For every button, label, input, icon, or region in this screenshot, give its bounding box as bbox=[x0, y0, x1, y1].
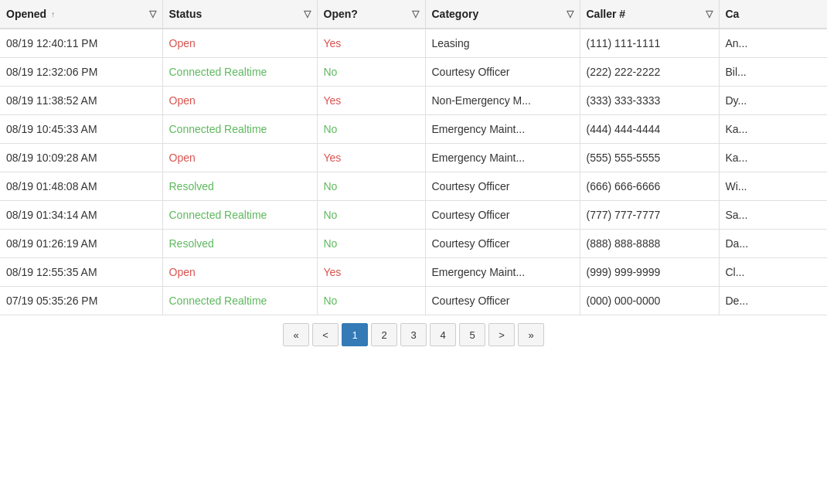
cell-opened: 08/19 10:09:28 AM bbox=[0, 144, 162, 172]
table-row[interactable]: 08/19 10:45:33 AMConnected RealtimeNoEme… bbox=[0, 115, 827, 144]
page-button-2[interactable]: 2 bbox=[371, 323, 397, 346]
page-button-4[interactable]: 4 bbox=[430, 323, 456, 346]
cell-category: Emergency Maint... bbox=[425, 258, 580, 287]
table-row[interactable]: 08/19 01:26:19 AMResolvedNoCourtesy Offi… bbox=[0, 230, 827, 258]
next-arrow-button[interactable]: > bbox=[488, 323, 515, 346]
cell-category: Courtesy Officer bbox=[425, 287, 580, 315]
col-ca-label: Ca bbox=[726, 8, 740, 20]
table-row[interactable]: 08/19 12:55:35 AMOpenYesEmergency Maint.… bbox=[0, 258, 827, 287]
filter-status-icon[interactable]: ▽ bbox=[304, 9, 311, 19]
cell-status: Connected Realtime bbox=[162, 201, 317, 230]
col-header-caller[interactable]: Caller # ▽ bbox=[580, 0, 719, 29]
main-table-container: Opened ↑ ▽ Status ▽ Open? ▽ bbox=[0, 0, 827, 351]
cell-category: Courtesy Officer bbox=[425, 201, 580, 230]
cell-category: Emergency Maint... bbox=[425, 115, 580, 144]
col-category-label: Category bbox=[432, 8, 479, 20]
prev-arrow-button[interactable]: < bbox=[312, 323, 339, 346]
filter-open-icon[interactable]: ▽ bbox=[412, 9, 419, 19]
next-page-button[interactable]: » bbox=[518, 323, 544, 346]
cell-caller: (888) 888-8888 bbox=[580, 230, 719, 258]
cell-opened: 08/19 01:34:14 AM bbox=[0, 201, 162, 230]
col-status-label: Status bbox=[169, 8, 202, 20]
page-button-3[interactable]: 3 bbox=[400, 323, 427, 346]
table-header-row: Opened ↑ ▽ Status ▽ Open? ▽ bbox=[0, 0, 827, 29]
page-button-5[interactable]: 5 bbox=[459, 323, 485, 346]
cell-open: No bbox=[317, 230, 425, 258]
cell-category: Non-Emergency M... bbox=[425, 87, 580, 115]
cell-caller: (222) 222-2222 bbox=[580, 58, 719, 87]
filter-caller-icon[interactable]: ▽ bbox=[706, 9, 713, 19]
pagination: « < 1 2 3 4 5 > » bbox=[0, 315, 827, 351]
col-header-status[interactable]: Status ▽ bbox=[162, 0, 317, 29]
prev-page-button[interactable]: « bbox=[283, 323, 309, 346]
cell-ca: Sa... bbox=[719, 201, 827, 230]
cell-open: Yes bbox=[317, 29, 425, 58]
col-header-opened[interactable]: Opened ↑ ▽ bbox=[0, 0, 162, 29]
cell-status: Open bbox=[162, 87, 317, 115]
cell-category: Leasing bbox=[425, 29, 580, 58]
cell-status: Connected Realtime bbox=[162, 115, 317, 144]
page-button-1[interactable]: 1 bbox=[342, 323, 368, 346]
cell-status: Resolved bbox=[162, 172, 317, 201]
cell-caller: (444) 444-4444 bbox=[580, 115, 719, 144]
table-body: 08/19 12:40:11 PMOpenYesLeasing(111) 111… bbox=[0, 29, 827, 315]
cell-open: Yes bbox=[317, 258, 425, 287]
cell-caller: (111) 111-1111 bbox=[580, 29, 719, 58]
cell-caller: (000) 000-0000 bbox=[580, 287, 719, 315]
cell-ca: Cl... bbox=[719, 258, 827, 287]
col-opened-label: Opened bbox=[6, 8, 46, 20]
cell-status: Open bbox=[162, 29, 317, 58]
cell-category: Courtesy Officer bbox=[425, 58, 580, 87]
cell-open: Yes bbox=[317, 144, 425, 172]
cell-ca: An... bbox=[719, 29, 827, 58]
col-header-open[interactable]: Open? ▽ bbox=[317, 0, 425, 29]
table-row[interactable]: 08/19 11:38:52 AMOpenYesNon-Emergency M.… bbox=[0, 87, 827, 115]
table-row[interactable]: 08/19 10:09:28 AMOpenYesEmergency Maint.… bbox=[0, 144, 827, 172]
cell-opened: 08/19 12:40:11 PM bbox=[0, 29, 162, 58]
filter-category-icon[interactable]: ▽ bbox=[567, 9, 573, 19]
table-row[interactable]: 08/19 01:48:08 AMResolvedNoCourtesy Offi… bbox=[0, 172, 827, 201]
cell-open: No bbox=[317, 287, 425, 315]
cell-caller: (555) 555-5555 bbox=[580, 144, 719, 172]
cell-opened: 08/19 12:55:35 AM bbox=[0, 258, 162, 287]
cell-ca: De... bbox=[719, 287, 827, 315]
cell-caller: (666) 666-6666 bbox=[580, 172, 719, 201]
cell-category: Courtesy Officer bbox=[425, 230, 580, 258]
cell-caller: (333) 333-3333 bbox=[580, 87, 719, 115]
cell-ca: Dy... bbox=[719, 87, 827, 115]
cell-ca: Wi... bbox=[719, 172, 827, 201]
cell-caller: (999) 999-9999 bbox=[580, 258, 719, 287]
cell-opened: 08/19 01:48:08 AM bbox=[0, 172, 162, 201]
cell-opened: 08/19 01:26:19 AM bbox=[0, 230, 162, 258]
cell-category: Emergency Maint... bbox=[425, 144, 580, 172]
col-header-ca[interactable]: Ca bbox=[719, 0, 827, 29]
cell-ca: Da... bbox=[719, 230, 827, 258]
cell-status: Connected Realtime bbox=[162, 58, 317, 87]
cell-open: No bbox=[317, 115, 425, 144]
filter-opened-icon[interactable]: ▽ bbox=[149, 9, 156, 19]
table-row[interactable]: 07/19 05:35:26 PMConnected RealtimeNoCou… bbox=[0, 287, 827, 315]
data-table: Opened ↑ ▽ Status ▽ Open? ▽ bbox=[0, 0, 827, 315]
cell-opened: 08/19 12:32:06 PM bbox=[0, 58, 162, 87]
table-row[interactable]: 08/19 12:40:11 PMOpenYesLeasing(111) 111… bbox=[0, 29, 827, 58]
sort-asc-icon: ↑ bbox=[51, 10, 55, 19]
cell-status: Open bbox=[162, 258, 317, 287]
table-row[interactable]: 08/19 01:34:14 AMConnected RealtimeNoCou… bbox=[0, 201, 827, 230]
cell-status: Open bbox=[162, 144, 317, 172]
cell-open: Yes bbox=[317, 87, 425, 115]
cell-ca: Bil... bbox=[719, 58, 827, 87]
cell-ca: Ka... bbox=[719, 144, 827, 172]
cell-status: Resolved bbox=[162, 230, 317, 258]
cell-ca: Ka... bbox=[719, 115, 827, 144]
cell-open: No bbox=[317, 201, 425, 230]
cell-opened: 08/19 10:45:33 AM bbox=[0, 115, 162, 144]
cell-opened: 08/19 11:38:52 AM bbox=[0, 87, 162, 115]
table-row[interactable]: 08/19 12:32:06 PMConnected RealtimeNoCou… bbox=[0, 58, 827, 87]
cell-caller: (777) 777-7777 bbox=[580, 201, 719, 230]
cell-open: No bbox=[317, 58, 425, 87]
col-header-category[interactable]: Category ▽ bbox=[425, 0, 580, 29]
cell-status: Connected Realtime bbox=[162, 287, 317, 315]
cell-open: No bbox=[317, 172, 425, 201]
col-caller-label: Caller # bbox=[587, 8, 626, 20]
cell-category: Courtesy Officer bbox=[425, 172, 580, 201]
